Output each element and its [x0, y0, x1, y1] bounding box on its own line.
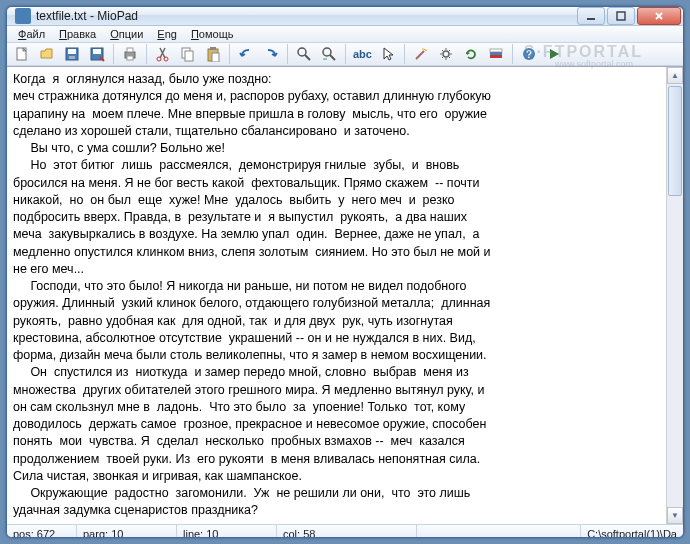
svg-rect-17: [212, 53, 219, 62]
cut-icon[interactable]: [152, 43, 174, 65]
status-pos: pos: 672: [7, 525, 77, 539]
print-icon[interactable]: [119, 43, 141, 65]
redo-icon[interactable]: [260, 43, 282, 65]
titlebar[interactable]: textfile.txt - MioPad: [7, 7, 683, 26]
menu-help[interactable]: Помощь: [184, 26, 241, 42]
menu-edit[interactable]: Правка: [52, 26, 103, 42]
svg-rect-10: [127, 56, 133, 60]
scroll-up-icon[interactable]: ▲: [667, 67, 683, 84]
paste-icon[interactable]: [202, 43, 224, 65]
scrollbar[interactable]: ▲ ▼: [666, 67, 683, 524]
svg-rect-5: [69, 56, 75, 59]
separator: [512, 44, 513, 64]
editor-area: Когда я оглянулся назад, было уже поздно…: [7, 66, 683, 524]
cursor-icon[interactable]: [377, 43, 399, 65]
svg-rect-23: [490, 55, 502, 58]
watermark: S·FTPORTAL: [524, 43, 643, 61]
window-controls: [577, 7, 681, 25]
separator: [345, 44, 346, 64]
svg-point-18: [298, 48, 306, 56]
saveas-icon[interactable]: [86, 43, 108, 65]
copy-icon[interactable]: [177, 43, 199, 65]
status-path: C:\softportal(1)\Da: [581, 525, 683, 539]
toolbar: abc ? S·FTPORTAL www.softportal.com: [7, 43, 683, 66]
settings-icon[interactable]: [435, 43, 457, 65]
svg-rect-4: [68, 49, 76, 54]
minimize-button[interactable]: [577, 7, 605, 25]
svg-text:?: ?: [526, 49, 532, 60]
wand-icon[interactable]: [410, 43, 432, 65]
scroll-thumb[interactable]: [668, 86, 682, 196]
separator: [146, 44, 147, 64]
separator: [113, 44, 114, 64]
svg-rect-9: [127, 48, 133, 52]
window-title: textfile.txt - MioPad: [36, 9, 577, 23]
save-icon[interactable]: [61, 43, 83, 65]
open-icon[interactable]: [36, 43, 58, 65]
menubar: Файл Правка Опции Eng Помощь: [7, 26, 683, 43]
svg-point-12: [164, 57, 168, 61]
svg-rect-22: [490, 52, 502, 55]
app-icon: [15, 8, 31, 24]
status-line: line: 10: [177, 525, 277, 539]
refresh-icon[interactable]: [460, 43, 482, 65]
run-icon[interactable]: [543, 43, 565, 65]
status-spacer: [417, 525, 581, 539]
help-icon[interactable]: ?: [518, 43, 540, 65]
separator: [229, 44, 230, 64]
separator: [287, 44, 288, 64]
menu-eng[interactable]: Eng: [150, 26, 184, 42]
maximize-button[interactable]: [607, 7, 635, 25]
svg-rect-16: [210, 47, 216, 50]
menu-options[interactable]: Опции: [103, 26, 150, 42]
svg-rect-21: [490, 49, 502, 52]
scroll-down-icon[interactable]: ▼: [667, 507, 683, 524]
flag-icon[interactable]: [485, 43, 507, 65]
text-editor[interactable]: Когда я оглянулся назад, было уже поздно…: [7, 67, 666, 524]
svg-rect-7: [93, 49, 101, 54]
svg-rect-14: [185, 51, 193, 61]
status-parg: parg: 10: [77, 525, 177, 539]
svg-rect-0: [587, 18, 595, 20]
statusbar: pos: 672 parg: 10 line: 10 col: 58 C:\so…: [7, 524, 683, 539]
undo-icon[interactable]: [235, 43, 257, 65]
svg-rect-1: [617, 12, 625, 20]
window: textfile.txt - MioPad Файл Правка Опции …: [6, 6, 684, 538]
new-icon[interactable]: [11, 43, 33, 65]
svg-point-19: [323, 48, 331, 56]
replace-icon[interactable]: [318, 43, 340, 65]
spell-label[interactable]: abc: [351, 48, 374, 60]
separator: [404, 44, 405, 64]
svg-point-11: [157, 57, 161, 61]
find-icon[interactable]: [293, 43, 315, 65]
status-col: col: 58: [277, 525, 417, 539]
svg-point-20: [443, 51, 449, 57]
close-button[interactable]: [637, 7, 681, 25]
menu-file[interactable]: Файл: [11, 26, 52, 42]
scroll-track[interactable]: [667, 84, 683, 507]
